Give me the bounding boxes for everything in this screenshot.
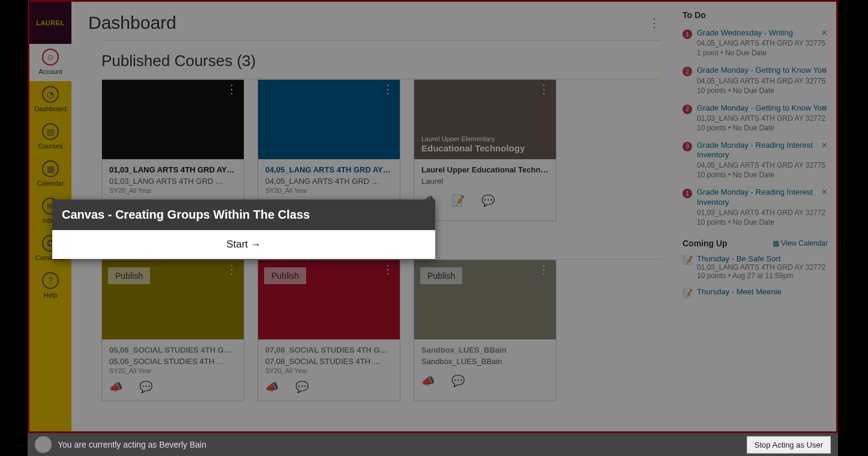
nav-dashboard[interactable]: ◔ Dashboard — [29, 81, 71, 118]
todo-count-badge: 2 — [683, 105, 692, 114]
discussions-icon[interactable]: 💬 — [295, 380, 309, 394]
course-card-subtitle: 05,06_SOCIAL STUDIES 4TH … — [109, 357, 237, 366]
book-icon: ▤ — [42, 123, 59, 140]
user-icon: ☺ — [42, 49, 59, 65]
todo-count-badge: 1 — [683, 29, 692, 39]
todo-heading: To Do — [683, 10, 828, 20]
todo-course: 01,03_LANG ARTS 4TH GRD AY 32772 — [697, 114, 828, 123]
course-card-term: SY20_All Year — [265, 367, 393, 374]
publish-button[interactable]: Publish — [420, 267, 462, 284]
course-card-term: SY20_All Year — [109, 187, 237, 194]
nav-dashboard-label: Dashboard — [34, 105, 67, 112]
card-image-overlay-line2: Educational Technology — [421, 143, 525, 153]
todo-item[interactable]: 1 ✕ Grade Wednesday - Writing 04,05_LANG… — [683, 28, 828, 65]
course-card-subtitle: 07,08_SOCIAL STUDIES 4TH … — [265, 357, 393, 366]
course-card-title: Laurel Upper Educational Technol… — [421, 165, 549, 174]
discussions-icon[interactable]: 💬 — [481, 194, 495, 207]
todo-link[interactable]: Grade Monday - Getting to Know You — [697, 65, 828, 75]
course-card-title: 01,03_LANG ARTS 4TH GRD AY 3… — [109, 165, 237, 174]
brand-text: LAUREL — [36, 19, 65, 26]
nav-help[interactable]: ? Help — [29, 267, 71, 305]
coming-up-item[interactable]: 📝 Thursday - Meet Meenie — [683, 287, 828, 303]
nav-courses-label: Courses — [38, 142, 63, 150]
announcements-icon[interactable]: 📣 — [109, 380, 122, 394]
logo: LAUREL — [29, 2, 71, 44]
tutorial-modal: Canvas - Creating Groups Within The Clas… — [52, 199, 435, 259]
course-card-options[interactable]: ⋮ — [538, 266, 550, 272]
publish-button[interactable]: Publish — [108, 267, 150, 284]
todo-meta: 1 point • No Due Date — [697, 49, 828, 57]
nav-courses[interactable]: ▤ Courses — [29, 118, 71, 156]
todo-item[interactable]: 3 ✕ Grade Monday - Reading Interest Inve… — [683, 141, 828, 188]
calendar-icon: ▦ — [42, 160, 59, 177]
start-button[interactable]: Start → — [52, 230, 435, 259]
coming-up-heading: Coming Up — [683, 239, 728, 248]
course-card-subtitle: Sandbox_LUES_BBain — [421, 357, 549, 366]
dismiss-todo-button[interactable]: ✕ — [821, 103, 828, 112]
course-card-options[interactable]: ⋮ — [382, 266, 394, 272]
nav-account-label: Account — [38, 68, 62, 75]
coming-up-link[interactable]: Thursday - Be Safe Sort — [697, 254, 780, 263]
course-card-subtitle: 01,03_LANG ARTS 4TH GRD … — [109, 177, 237, 186]
todo-item[interactable]: 1 ✕ Grade Monday - Reading Interest Inve… — [683, 187, 828, 235]
course-card-title: 07,08_SOCIAL STUDIES 4TH GRA… — [265, 345, 393, 354]
publish-button[interactable]: Publish — [264, 267, 306, 284]
calendar-small-icon: ▦ — [773, 239, 779, 248]
announcements-icon[interactable]: 📣 — [265, 380, 279, 394]
published-heading: Published Courses (3) — [101, 52, 660, 70]
course-card-title: Sandbox_LUES_BBain — [421, 345, 549, 354]
todo-item[interactable]: 2 ✕ Grade Monday - Getting to Know You 0… — [683, 65, 828, 103]
coming-up-item[interactable]: 📝 Thursday - Be Safe Sort 01,03_LANG ART… — [683, 254, 828, 287]
announcements-icon[interactable]: 📣 — [421, 374, 435, 388]
todo-meta: 10 points • No Due Date — [697, 218, 828, 226]
course-card-title: 04,05_LANG ARTS 4TH GRD AY 3… — [265, 165, 393, 174]
unpublished-course-cards: Publish ⋮ 05,06_SOCIAL STUDIES 4TH GRA… … — [88, 260, 660, 401]
course-card[interactable]: Publish ⋮ 07,08_SOCIAL STUDIES 4TH GRA… … — [258, 260, 400, 401]
course-card-image: Publish ⋮ — [414, 260, 556, 339]
todo-count-badge: 2 — [683, 67, 692, 76]
todo-course: 04,05_LANG ARTS 4TH GRD AY 32775 — [697, 77, 828, 85]
dismiss-todo-button[interactable]: ✕ — [821, 28, 828, 37]
nav-account[interactable]: ☺ Account — [29, 44, 71, 81]
course-card[interactable]: Publish ⋮ 05,06_SOCIAL STUDIES 4TH GRA… … — [101, 260, 244, 401]
assignments-icon[interactable]: 📝 — [451, 194, 465, 207]
todo-item[interactable]: 2 ✕ Grade Monday - Getting to Know You 0… — [683, 103, 828, 141]
nav-help-label: Help — [44, 291, 58, 299]
todo-count-badge: 3 — [683, 142, 692, 151]
todo-meta: 10 points • No Due Date — [697, 87, 828, 95]
coming-up-link[interactable]: Thursday - Meet Meenie — [697, 287, 782, 296]
todo-link[interactable]: Grade Monday - Getting to Know You — [697, 103, 828, 113]
card-image-overlay-line1: Laurel Upper Elementary — [421, 135, 495, 142]
stop-acting-button[interactable]: Stop Acting as User — [747, 436, 831, 454]
todo-link[interactable]: Grade Wednesday - Writing — [697, 28, 828, 38]
course-card[interactable]: Publish ⋮ Sandbox_LUES_BBain Sandbox_LUE… — [414, 260, 556, 401]
course-card-term: SY20_All Year — [265, 187, 393, 194]
course-card-options[interactable]: ⋮ — [226, 86, 238, 92]
dismiss-todo-button[interactable]: ✕ — [821, 187, 828, 196]
dismiss-todo-button[interactable]: ✕ — [821, 141, 828, 150]
todo-course: 04,05_LANG ARTS 4TH GRD AY 32775 — [697, 39, 828, 47]
course-card-options[interactable]: ⋮ — [538, 86, 550, 92]
todo-meta: 10 points • No Due Date — [697, 171, 828, 179]
view-calendar-link[interactable]: ▦ View Calendar — [773, 239, 828, 248]
avatar — [35, 436, 52, 453]
discussions-icon[interactable]: 💬 — [139, 380, 152, 394]
dashboard-options-button[interactable]: ⋮ — [648, 16, 660, 30]
todo-link[interactable]: Grade Monday - Reading Interest Inventor… — [697, 187, 828, 207]
course-card-options[interactable]: ⋮ — [382, 86, 394, 92]
nav-calendar[interactable]: ▦ Calendar — [29, 156, 71, 193]
course-card-subtitle: Laurel — [421, 177, 549, 186]
discussions-icon[interactable]: 💬 — [451, 374, 465, 388]
course-card-image: Publish ⋮ — [102, 260, 244, 339]
todo-course: 01,03_LANG ARTS 4TH GRD AY 32772 — [697, 208, 828, 217]
dismiss-todo-button[interactable]: ✕ — [821, 65, 828, 74]
todo-meta: 10 points • No Due Date — [697, 124, 828, 132]
todo-course: 04,05_LANG ARTS 4TH GRD AY 32775 — [697, 161, 828, 169]
todo-link[interactable]: Grade Monday - Reading Interest Inventor… — [697, 141, 828, 160]
coming-up-meta: 10 points • Aug 27 at 11:59pm — [697, 272, 828, 280]
course-card-options[interactable]: ⋮ — [226, 266, 238, 272]
sidebar-right: To Do 1 ✕ Grade Wednesday - Writing 04,0… — [680, 2, 836, 431]
divider — [101, 40, 660, 41]
assignment-icon: 📝 — [683, 288, 693, 298]
masquerade-text: You are currently acting as Beverly Bain — [58, 440, 206, 449]
